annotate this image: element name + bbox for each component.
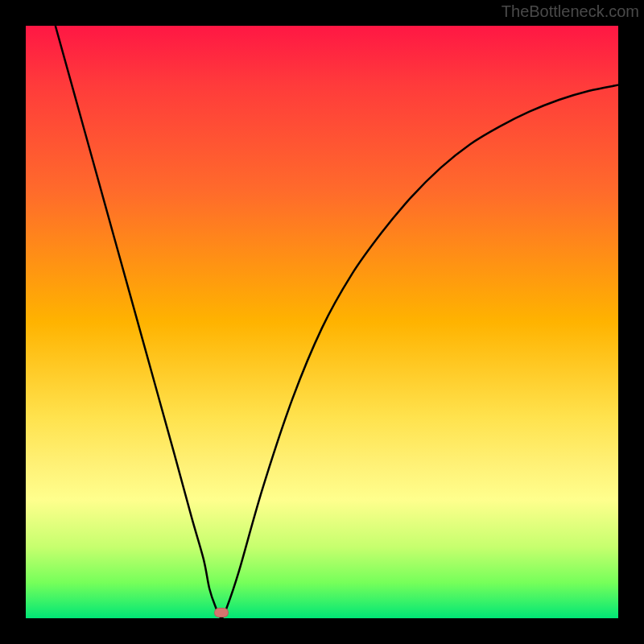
attribution-text: TheBottleneck.com — [502, 0, 639, 23]
plot-area — [26, 26, 618, 618]
chart-root: TheBottleneck.com — [0, 0, 644, 644]
gradient-background — [26, 26, 618, 618]
optimal-point-marker — [214, 608, 229, 617]
